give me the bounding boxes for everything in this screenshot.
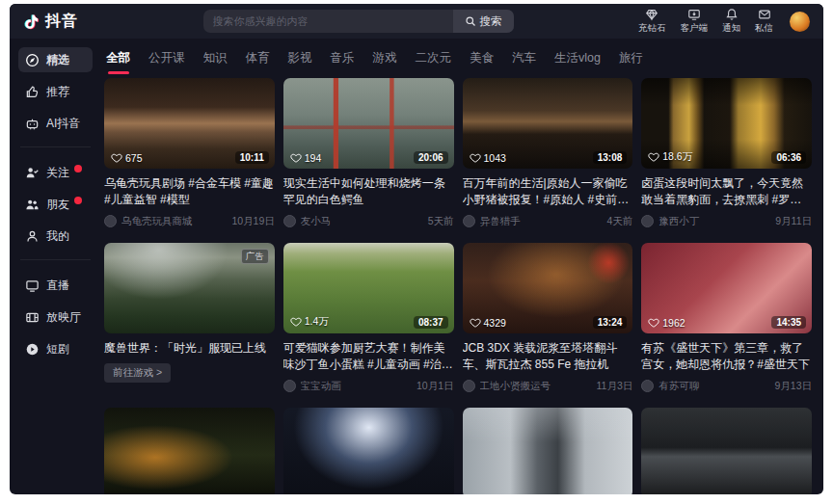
sidebar-item-following[interactable]: 关注: [18, 160, 93, 185]
author-name[interactable]: 乌龟壳玩具商城: [121, 215, 227, 228]
video-duration: 06:36: [771, 151, 806, 164]
theater-icon: [25, 310, 40, 325]
author-name[interactable]: 有苏可聊: [658, 380, 769, 393]
sidebar-item-friends[interactable]: 朋友: [18, 192, 93, 217]
author-name[interactable]: 工地小贤搬运号: [480, 380, 592, 393]
tab-1[interactable]: 全部: [106, 50, 130, 66]
main-content: 全部公开课知识体育影视音乐游戏二次元美食汽车生活vlog旅行 675 10:11…: [98, 39, 823, 494]
tab-8[interactable]: 二次元: [416, 50, 452, 66]
video-meta: 异兽猎手 4天前: [463, 215, 633, 228]
video-card[interactable]: 1043 13:08 百万年前的生活|原始人一家偷吃小野猪被报复！#原始人 #史…: [463, 78, 633, 228]
like-count-value: 1962: [662, 317, 685, 329]
video-card[interactable]: 1.4万 08:37 可爱猫咪参加厨艺大赛！制作美味沙丁鱼小蛋糕 #儿童动画 #…: [283, 243, 454, 393]
video-meta: 工地小贤搬运号 11月3日: [463, 380, 633, 393]
video-title[interactable]: 百万年前的生活|原始人一家偷吃小野猪被报复！#原始人 #史前文明: [463, 175, 633, 209]
video-card[interactable]: 萌宠猫咪日常生活: [104, 408, 275, 494]
video-duration: 10:11: [235, 151, 269, 164]
sidebar-item-live[interactable]: 直播: [18, 273, 93, 298]
video-meta: 宝宝动画 10月1日: [283, 380, 454, 393]
video-thumbnail[interactable]: [463, 408, 633, 494]
client-download-button[interactable]: 客户端: [681, 8, 709, 35]
tab-2[interactable]: 公开课: [148, 50, 185, 66]
video-thumbnail[interactable]: 1.4万 08:37: [283, 243, 454, 333]
video-title[interactable]: 可爱猫咪参加厨艺大赛！制作美味沙丁鱼小蛋糕 #儿童动画 #治愈系: [283, 340, 454, 374]
search-button[interactable]: 搜索: [453, 10, 514, 33]
video-thumbnail[interactable]: 4329 13:24: [463, 243, 633, 333]
video-meta: 豫西小丁 9月11日: [641, 215, 812, 228]
sidebar-item-cinema[interactable]: 放映厅: [18, 305, 93, 330]
search-input[interactable]: [203, 15, 453, 27]
video-card[interactable]: 675 10:11 乌龟壳玩具剧场 #合金车模 #童趣 #儿童益智 #模型 乌龟…: [104, 78, 275, 228]
heart-icon: [290, 152, 302, 164]
like-count: 1962: [648, 317, 685, 329]
tab-9[interactable]: 美食: [470, 50, 494, 66]
video-card[interactable]: 4329 13:24 JCB 3DX 装载泥浆至塔塔翻斗车、斯瓦拉杰 855 F…: [463, 243, 633, 393]
tab-11[interactable]: 生活vlog: [554, 50, 601, 66]
video-title[interactable]: 魔兽世界：「时光」服现已上线: [104, 340, 275, 357]
video-meta: 乌龟壳玩具商城 10月19日: [104, 215, 275, 228]
sidebar-item-featured[interactable]: 精选: [18, 47, 93, 72]
sidebar-item-recommend[interactable]: 推荐: [18, 79, 93, 104]
video-duration: 14:35: [771, 316, 806, 329]
video-thumbnail[interactable]: 1043 13:08: [463, 78, 633, 169]
like-count: 18.6万: [648, 150, 692, 164]
live-icon: [25, 279, 40, 293]
video-thumbnail[interactable]: [641, 408, 812, 494]
notification-dot: [74, 165, 82, 172]
author-name[interactable]: 友小马: [301, 215, 423, 228]
video-card[interactable]: 194 20:06 现实生活中如何处理和烧烤一条罕见的白色鳄鱼 友小马 5天前: [283, 78, 454, 228]
like-count: 1.4万: [290, 315, 329, 329]
logo-text: 抖音: [45, 12, 78, 32]
tab-10[interactable]: 汽车: [512, 50, 536, 66]
like-count: 4329: [470, 317, 506, 329]
douyin-logo[interactable]: 抖音: [23, 12, 78, 32]
video-title[interactable]: 乌龟壳玩具剧场 #合金车模 #童趣 #儿童益智 #模型: [104, 175, 275, 209]
publish-date: 9月13日: [774, 380, 812, 393]
video-thumbnail[interactable]: [283, 408, 454, 494]
video-title[interactable]: JCB 3DX 装载泥浆至塔塔翻斗车、斯瓦拉杰 855 Fe 拖拉机: [463, 340, 633, 374]
tab-3[interactable]: 知识: [203, 50, 228, 66]
ad-cta-button[interactable]: 前往游戏 >: [104, 363, 171, 383]
sidebar-item-profile[interactable]: 我的: [18, 224, 93, 249]
video-card[interactable]: 海鲜大餐赶海视频: [641, 408, 812, 494]
video-meta: 友小马 5天前: [283, 215, 454, 228]
video-thumbnail[interactable]: 675 10:11: [104, 78, 275, 169]
notifications-button[interactable]: 通知: [722, 8, 740, 35]
video-title[interactable]: 现实生活中如何处理和烧烤一条罕见的白色鳄鱼: [283, 175, 454, 209]
video-meta: 有苏可聊 9月13日: [641, 380, 812, 393]
video-thumbnail[interactable]: [104, 408, 275, 494]
sidebar-item-label: 直播: [46, 278, 69, 294]
publish-date: 5天前: [428, 215, 454, 228]
video-thumbnail[interactable]: 1962 14:35: [641, 243, 812, 333]
sidebar-item-label: 放映厅: [46, 309, 81, 326]
video-card[interactable]: 重型卡车运输实录: [283, 408, 454, 494]
video-thumbnail[interactable]: 广告: [104, 243, 275, 333]
recharge-button[interactable]: 充钻石: [638, 8, 666, 35]
author-avatar: [283, 380, 296, 392]
messages-button[interactable]: 私信: [755, 8, 773, 35]
tab-7[interactable]: 游戏: [373, 50, 397, 66]
author-name[interactable]: 宝宝动画: [301, 380, 412, 393]
sidebar-item-short-drama[interactable]: 短剧: [18, 336, 93, 361]
sidebar-item-ai-douyin[interactable]: AI抖音: [18, 111, 93, 136]
video-card[interactable]: 1962 14:35 有苏《盛世天下》第三章，救了宫女，她却恩将仇报？#盛世天下…: [641, 243, 812, 393]
tab-4[interactable]: 体育: [246, 50, 270, 66]
user-avatar[interactable]: [790, 12, 810, 32]
action-label: 充钻石: [638, 22, 666, 35]
like-count: 675: [111, 152, 143, 164]
video-title[interactable]: 有苏《盛世天下》第三章，救了宫女，她却恩将仇报？#盛世天下: [641, 340, 812, 374]
like-count-value: 1.4万: [305, 315, 329, 329]
tab-6[interactable]: 音乐: [331, 50, 355, 66]
video-title[interactable]: 卤蛋这段时间太飘了，今天竟然敢当着黑豹面，去撩黑刺 #罗威纳: [641, 175, 812, 209]
author-name[interactable]: 豫西小丁: [658, 215, 770, 228]
author-avatar: [641, 380, 654, 392]
video-thumbnail[interactable]: 194 20:06: [283, 78, 454, 169]
tab-5[interactable]: 影视: [288, 50, 312, 66]
video-card[interactable]: 广告 魔兽世界：「时光」服现已上线 前往游戏 >: [104, 243, 275, 393]
author-name[interactable]: 异兽猎手: [480, 215, 603, 228]
sidebar-item-label: 我的: [46, 228, 69, 245]
video-card[interactable]: 影视解说：狂飙: [463, 408, 633, 494]
video-card[interactable]: 18.6万 06:36 卤蛋这段时间太飘了，今天竟然敢当着黑豹面，去撩黑刺 #罗…: [641, 78, 812, 228]
video-thumbnail[interactable]: 18.6万 06:36: [641, 78, 812, 169]
tab-12[interactable]: 旅行: [619, 50, 643, 66]
